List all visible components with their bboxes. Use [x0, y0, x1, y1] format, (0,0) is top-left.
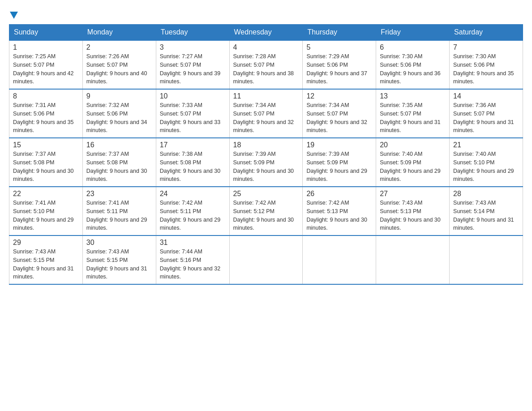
week-row-1: 1Sunrise: 7:25 AMSunset: 5:07 PMDaylight…: [9, 40, 523, 89]
day-number: 7: [453, 43, 519, 51]
day-number: 26: [306, 190, 372, 198]
day-number: 1: [13, 43, 79, 51]
day-number: 16: [86, 141, 152, 149]
day-number: 14: [453, 92, 519, 100]
day-cell-2: 2Sunrise: 7:26 AMSunset: 5:07 PMDaylight…: [82, 40, 156, 89]
day-info: Sunrise: 7:43 AMSunset: 5:13 PMDaylight:…: [380, 199, 446, 232]
day-info: Sunrise: 7:32 AMSunset: 5:06 PMDaylight:…: [86, 101, 152, 135]
column-header-thursday: Thursday: [303, 25, 376, 41]
day-number: 30: [86, 239, 152, 247]
column-header-friday: Friday: [376, 25, 450, 41]
day-number: 22: [13, 190, 79, 198]
day-cell-26: 26Sunrise: 7:42 AMSunset: 5:13 PMDayligh…: [303, 187, 376, 235]
day-info: Sunrise: 7:35 AMSunset: 5:07 PMDaylight:…: [380, 101, 446, 135]
day-number: 19: [306, 141, 372, 149]
day-info: Sunrise: 7:42 AMSunset: 5:13 PMDaylight:…: [306, 199, 372, 232]
empty-cell: [450, 235, 523, 284]
week-row-2: 8Sunrise: 7:31 AMSunset: 5:06 PMDaylight…: [9, 89, 523, 138]
day-cell-1: 1Sunrise: 7:25 AMSunset: 5:07 PMDaylight…: [9, 40, 83, 89]
day-number: 17: [160, 141, 226, 149]
day-cell-9: 9Sunrise: 7:32 AMSunset: 5:06 PMDaylight…: [82, 89, 156, 138]
day-info: Sunrise: 7:38 AMSunset: 5:08 PMDaylight:…: [160, 150, 226, 184]
day-number: 28: [453, 190, 519, 198]
day-info: Sunrise: 7:37 AMSunset: 5:08 PMDaylight:…: [86, 150, 152, 184]
day-info: Sunrise: 7:27 AMSunset: 5:07 PMDaylight:…: [160, 52, 226, 86]
day-number: 12: [306, 92, 372, 100]
day-cell-25: 25Sunrise: 7:42 AMSunset: 5:12 PMDayligh…: [229, 187, 303, 235]
day-cell-16: 16Sunrise: 7:37 AMSunset: 5:08 PMDayligh…: [82, 138, 156, 187]
day-info: Sunrise: 7:43 AMSunset: 5:14 PMDaylight:…: [453, 199, 519, 232]
day-cell-18: 18Sunrise: 7:39 AMSunset: 5:09 PMDayligh…: [229, 138, 303, 187]
day-cell-27: 27Sunrise: 7:43 AMSunset: 5:13 PMDayligh…: [376, 187, 450, 235]
day-number: 6: [380, 43, 446, 51]
day-info: Sunrise: 7:26 AMSunset: 5:07 PMDaylight:…: [86, 52, 152, 86]
day-cell-6: 6Sunrise: 7:30 AMSunset: 5:06 PMDaylight…: [376, 40, 450, 89]
day-cell-28: 28Sunrise: 7:43 AMSunset: 5:14 PMDayligh…: [450, 187, 523, 235]
day-info: Sunrise: 7:33 AMSunset: 5:07 PMDaylight:…: [160, 101, 226, 135]
day-info: Sunrise: 7:28 AMSunset: 5:07 PMDaylight:…: [233, 52, 299, 86]
empty-cell: [303, 235, 376, 284]
day-number: 9: [86, 92, 152, 100]
day-cell-23: 23Sunrise: 7:41 AMSunset: 5:11 PMDayligh…: [82, 187, 156, 235]
week-row-4: 22Sunrise: 7:41 AMSunset: 5:10 PMDayligh…: [9, 187, 523, 235]
day-cell-11: 11Sunrise: 7:34 AMSunset: 5:07 PMDayligh…: [229, 89, 303, 138]
column-header-wednesday: Wednesday: [229, 25, 303, 41]
day-info: Sunrise: 7:42 AMSunset: 5:12 PMDaylight:…: [233, 199, 299, 232]
day-number: 2: [86, 43, 152, 51]
day-info: Sunrise: 7:39 AMSunset: 5:09 PMDaylight:…: [306, 150, 372, 184]
empty-cell: [229, 235, 303, 284]
day-cell-12: 12Sunrise: 7:34 AMSunset: 5:07 PMDayligh…: [303, 89, 376, 138]
day-info: Sunrise: 7:25 AMSunset: 5:07 PMDaylight:…: [13, 52, 79, 86]
day-info: Sunrise: 7:40 AMSunset: 5:10 PMDaylight:…: [453, 150, 519, 184]
day-info: Sunrise: 7:39 AMSunset: 5:09 PMDaylight:…: [233, 150, 299, 184]
day-number: 11: [233, 92, 299, 100]
day-number: 27: [380, 190, 446, 198]
day-cell-4: 4Sunrise: 7:28 AMSunset: 5:07 PMDaylight…: [229, 40, 303, 89]
week-row-3: 15Sunrise: 7:37 AMSunset: 5:08 PMDayligh…: [9, 138, 523, 187]
day-info: Sunrise: 7:34 AMSunset: 5:07 PMDaylight:…: [306, 101, 372, 135]
day-number: 24: [160, 190, 226, 198]
day-cell-22: 22Sunrise: 7:41 AMSunset: 5:10 PMDayligh…: [9, 187, 83, 235]
day-number: 31: [160, 239, 226, 247]
day-cell-14: 14Sunrise: 7:36 AMSunset: 5:07 PMDayligh…: [450, 89, 523, 138]
empty-cell: [376, 235, 450, 284]
day-cell-3: 3Sunrise: 7:27 AMSunset: 5:07 PMDaylight…: [156, 40, 229, 89]
day-number: 29: [13, 239, 79, 247]
day-info: Sunrise: 7:41 AMSunset: 5:11 PMDaylight:…: [86, 199, 152, 232]
day-info: Sunrise: 7:43 AMSunset: 5:15 PMDaylight:…: [86, 248, 152, 281]
day-cell-10: 10Sunrise: 7:33 AMSunset: 5:07 PMDayligh…: [156, 89, 229, 138]
svg-marker-0: [10, 12, 18, 19]
week-row-5: 29Sunrise: 7:43 AMSunset: 5:15 PMDayligh…: [9, 235, 523, 284]
day-cell-13: 13Sunrise: 7:35 AMSunset: 5:07 PMDayligh…: [376, 89, 450, 138]
day-cell-8: 8Sunrise: 7:31 AMSunset: 5:06 PMDaylight…: [9, 89, 83, 138]
day-number: 13: [380, 92, 446, 100]
day-info: Sunrise: 7:31 AMSunset: 5:06 PMDaylight:…: [13, 101, 79, 135]
day-number: 3: [160, 43, 226, 51]
calendar-body: 1Sunrise: 7:25 AMSunset: 5:07 PMDaylight…: [9, 40, 523, 284]
column-header-saturday: Saturday: [450, 25, 523, 41]
day-info: Sunrise: 7:37 AMSunset: 5:08 PMDaylight:…: [13, 150, 79, 184]
logo-triangle-icon: [10, 10, 20, 20]
day-info: Sunrise: 7:29 AMSunset: 5:06 PMDaylight:…: [306, 52, 372, 86]
page-header: [9, 9, 523, 20]
day-cell-19: 19Sunrise: 7:39 AMSunset: 5:09 PMDayligh…: [303, 138, 376, 187]
day-info: Sunrise: 7:42 AMSunset: 5:11 PMDaylight:…: [160, 199, 226, 232]
calendar-table: SundayMondayTuesdayWednesdayThursdayFrid…: [9, 24, 523, 285]
day-number: 4: [233, 43, 299, 51]
day-info: Sunrise: 7:43 AMSunset: 5:15 PMDaylight:…: [13, 248, 79, 281]
day-cell-20: 20Sunrise: 7:40 AMSunset: 5:09 PMDayligh…: [376, 138, 450, 187]
day-number: 8: [13, 92, 79, 100]
day-info: Sunrise: 7:34 AMSunset: 5:07 PMDaylight:…: [233, 101, 299, 135]
day-cell-24: 24Sunrise: 7:42 AMSunset: 5:11 PMDayligh…: [156, 187, 229, 235]
day-cell-29: 29Sunrise: 7:43 AMSunset: 5:15 PMDayligh…: [9, 235, 83, 284]
day-info: Sunrise: 7:30 AMSunset: 5:06 PMDaylight:…: [453, 52, 519, 86]
day-cell-30: 30Sunrise: 7:43 AMSunset: 5:15 PMDayligh…: [82, 235, 156, 284]
column-header-sunday: Sunday: [9, 25, 83, 41]
column-header-tuesday: Tuesday: [156, 25, 229, 41]
day-number: 18: [233, 141, 299, 149]
day-cell-15: 15Sunrise: 7:37 AMSunset: 5:08 PMDayligh…: [9, 138, 83, 187]
day-cell-21: 21Sunrise: 7:40 AMSunset: 5:10 PMDayligh…: [450, 138, 523, 187]
day-info: Sunrise: 7:40 AMSunset: 5:09 PMDaylight:…: [380, 150, 446, 184]
logo: [9, 9, 20, 20]
day-number: 21: [453, 141, 519, 149]
